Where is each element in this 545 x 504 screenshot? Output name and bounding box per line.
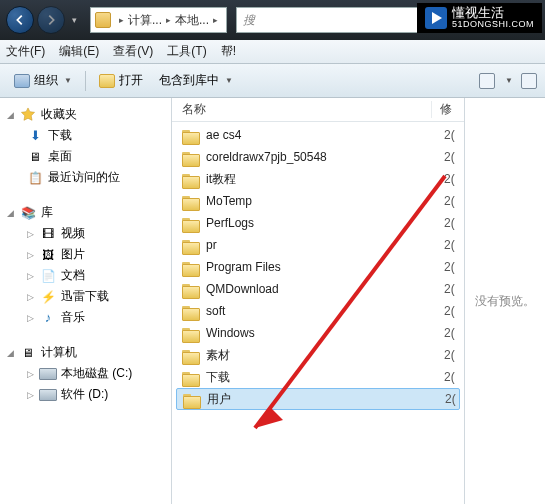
- file-date: 2(: [444, 348, 455, 362]
- collapse-icon[interactable]: ◢: [6, 110, 15, 119]
- sidebar-favorites[interactable]: ◢ 收藏夹: [2, 104, 169, 125]
- collapse-icon[interactable]: ◢: [6, 208, 15, 217]
- history-dropdown-icon[interactable]: ▾: [72, 15, 77, 25]
- menu-help[interactable]: 帮!: [221, 43, 236, 60]
- expand-icon[interactable]: ▷: [26, 369, 35, 378]
- sidebar-thunder[interactable]: ▷ 迅雷下载: [2, 286, 169, 307]
- expand-icon[interactable]: ▷: [26, 229, 35, 238]
- file-date: 2(: [444, 128, 455, 142]
- breadcrumb-seg2[interactable]: 本地...: [175, 12, 209, 29]
- picture-icon: [39, 247, 57, 263]
- open-button[interactable]: 打开: [93, 69, 149, 92]
- table-row[interactable]: Program Files2(: [172, 256, 464, 278]
- organize-button[interactable]: 组织 ▼: [8, 69, 78, 92]
- music-icon: [39, 310, 57, 326]
- table-row[interactable]: it教程2(: [172, 168, 464, 190]
- expand-icon[interactable]: ▷: [26, 292, 35, 301]
- file-name: 用户: [207, 391, 445, 408]
- menu-file[interactable]: 文件(F): [6, 43, 45, 60]
- expand-icon[interactable]: ▷: [26, 390, 35, 399]
- folder-icon: [182, 150, 200, 165]
- sidebar-recent[interactable]: 最近访问的位: [2, 167, 169, 188]
- folder-icon: [182, 238, 200, 253]
- sidebar-videos[interactable]: ▷ 视频: [2, 223, 169, 244]
- expand-icon[interactable]: ▷: [26, 271, 35, 280]
- sidebar-drive-c[interactable]: ▷ 本地磁盘 (C:): [2, 363, 169, 384]
- file-name: pr: [206, 238, 444, 252]
- view-options-icon[interactable]: [479, 73, 495, 89]
- table-row[interactable]: 下载2(: [172, 366, 464, 388]
- computer-icon: [19, 345, 37, 361]
- table-row[interactable]: 用户2(: [176, 388, 460, 410]
- folder-icon: [182, 370, 200, 385]
- table-row[interactable]: pr2(: [172, 234, 464, 256]
- folder-icon: [182, 348, 200, 363]
- col-modified[interactable]: 修: [432, 101, 464, 118]
- breadcrumb[interactable]: ▸ 计算... ▸ 本地... ▸: [90, 7, 227, 33]
- col-name[interactable]: 名称: [172, 101, 432, 118]
- file-name: ae cs4: [206, 128, 444, 142]
- file-name: 下载: [206, 369, 444, 386]
- watermark-title: 懂视生活: [452, 6, 534, 20]
- sidebar-desktop[interactable]: 桌面: [2, 146, 169, 167]
- sidebar-documents[interactable]: ▷ 文档: [2, 265, 169, 286]
- table-row[interactable]: soft2(: [172, 300, 464, 322]
- toolbar: 组织 ▼ 打开 包含到库中 ▼ ▼: [0, 64, 545, 98]
- file-name: 素材: [206, 347, 444, 364]
- preview-pane-icon[interactable]: [521, 73, 537, 89]
- folder-icon: [182, 326, 200, 341]
- breadcrumb-seg1[interactable]: 计算...: [128, 12, 162, 29]
- file-date: 2(: [444, 282, 455, 296]
- table-row[interactable]: ae cs42(: [172, 124, 464, 146]
- sidebar: ◢ 收藏夹 下载 桌面 最近访问的位 ◢ 库 ▷ 视频 ▷: [0, 98, 172, 504]
- folder-icon: [182, 216, 200, 231]
- table-row[interactable]: coreldrawx7pjb_505482(: [172, 146, 464, 168]
- sidebar-drive-d[interactable]: ▷ 软件 (D:): [2, 384, 169, 405]
- preview-pane: 没有预览。: [465, 98, 545, 504]
- play-icon: [425, 7, 447, 29]
- main-area: ◢ 收藏夹 下载 桌面 最近访问的位 ◢ 库 ▷ 视频 ▷: [0, 98, 545, 504]
- folder-icon: [182, 304, 200, 319]
- menu-bar: 文件(F) 编辑(E) 查看(V) 工具(T) 帮!: [0, 40, 545, 64]
- library-icon: [19, 205, 37, 221]
- preview-text: 没有预览。: [475, 293, 535, 310]
- file-name: Program Files: [206, 260, 444, 274]
- chevron-right-icon: ▸: [166, 15, 171, 25]
- drive-icon: [95, 12, 111, 28]
- sidebar-downloads[interactable]: 下载: [2, 125, 169, 146]
- sidebar-computer[interactable]: ◢ 计算机: [2, 342, 169, 363]
- folder-icon: [182, 172, 200, 187]
- collapse-icon[interactable]: ◢: [6, 348, 15, 357]
- menu-view[interactable]: 查看(V): [113, 43, 153, 60]
- table-row[interactable]: PerfLogs2(: [172, 212, 464, 234]
- chevron-right-icon: ▸: [119, 15, 124, 25]
- table-row[interactable]: 素材2(: [172, 344, 464, 366]
- table-row[interactable]: MoTemp2(: [172, 190, 464, 212]
- chevron-down-icon: ▼: [225, 76, 233, 85]
- file-date: 2(: [444, 194, 455, 208]
- menu-edit[interactable]: 编辑(E): [59, 43, 99, 60]
- back-button[interactable]: [6, 6, 34, 34]
- watermark-sub: 51DONGSHI.COM: [452, 20, 534, 30]
- video-icon: [39, 226, 57, 242]
- sidebar-pictures[interactable]: ▷ 图片: [2, 244, 169, 265]
- organize-icon: [14, 74, 30, 88]
- file-name: coreldrawx7pjb_50548: [206, 150, 444, 164]
- file-date: 2(: [444, 216, 455, 230]
- search-placeholder: 搜: [243, 12, 255, 29]
- table-row[interactable]: QMDownload2(: [172, 278, 464, 300]
- file-pane: 名称 修 ae cs42(coreldrawx7pjb_505482(it教程2…: [172, 98, 545, 504]
- include-button[interactable]: 包含到库中 ▼: [153, 69, 239, 92]
- sidebar-music[interactable]: ▷ 音乐: [2, 307, 169, 328]
- document-icon: [39, 268, 57, 284]
- forward-button[interactable]: [37, 6, 65, 34]
- sidebar-libraries[interactable]: ◢ 库: [2, 202, 169, 223]
- desktop-icon: [26, 149, 44, 165]
- expand-icon[interactable]: ▷: [26, 313, 35, 322]
- menu-tools[interactable]: 工具(T): [167, 43, 206, 60]
- file-name: PerfLogs: [206, 216, 444, 230]
- expand-icon[interactable]: ▷: [26, 250, 35, 259]
- chevron-down-icon[interactable]: ▼: [505, 76, 513, 85]
- table-row[interactable]: Windows2(: [172, 322, 464, 344]
- folder-icon: [182, 260, 200, 275]
